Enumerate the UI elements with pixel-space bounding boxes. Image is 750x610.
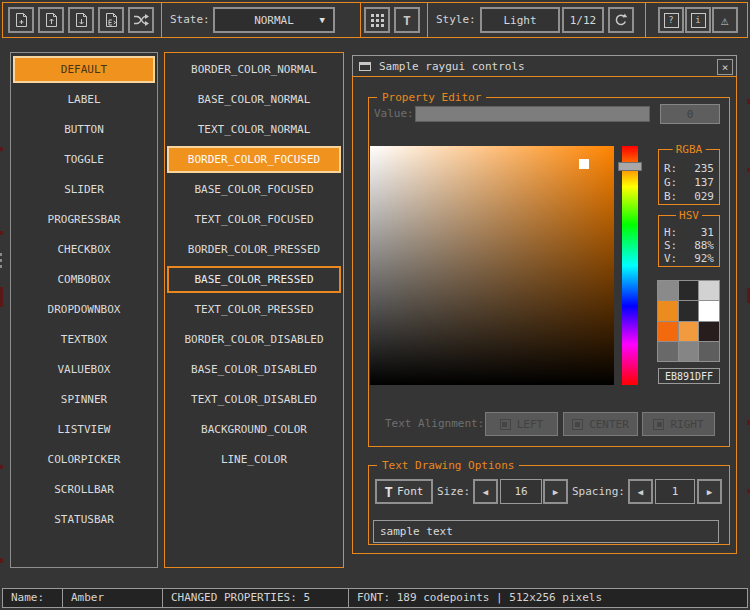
rgba-red-row: R:235: [659, 162, 719, 176]
file-new-button[interactable]: [8, 7, 34, 33]
align-right-icon: [653, 419, 664, 430]
property-list-item[interactable]: BASE_COLOR_NORMAL: [167, 86, 341, 113]
controls-list-item[interactable]: DEFAULT: [13, 56, 155, 83]
value-box[interactable]: 0: [660, 104, 720, 124]
color-picker-cursor[interactable]: [579, 159, 589, 169]
spacing-decrease-button[interactable]: ◀: [628, 479, 653, 504]
help-button[interactable]: ?: [658, 7, 684, 33]
color-swatch[interactable]: [699, 322, 719, 341]
property-list-item[interactable]: LINE_COLOR: [167, 446, 341, 473]
align-right-button[interactable]: RIGHT: [642, 412, 715, 436]
hue-slider-handle[interactable]: [618, 162, 642, 171]
controls-list-item[interactable]: COLORPICKER: [13, 446, 155, 473]
controls-list-item[interactable]: LABEL: [13, 86, 155, 113]
controls-list-item[interactable]: SPINNER: [13, 386, 155, 413]
file-open-button[interactable]: [38, 7, 64, 33]
property-list-item[interactable]: BASE_COLOR_DISABLED: [167, 356, 341, 383]
screen-edge-artifact: [0, 147, 3, 151]
controls-list-item[interactable]: PROGRESSBAR: [13, 206, 155, 233]
controls-list-item[interactable]: TEXTBOX: [13, 326, 155, 353]
color-swatch[interactable]: [658, 301, 678, 320]
edit-mode-button[interactable]: [364, 7, 390, 33]
controls-list-item[interactable]: VALUEBOX: [13, 356, 155, 383]
property-list-item[interactable]: TEXT_COLOR_DISABLED: [167, 386, 341, 413]
state-label: State:: [170, 13, 210, 26]
color-swatch-grid: [657, 280, 720, 362]
align-center-button[interactable]: CENTER: [563, 412, 638, 436]
controls-list-item[interactable]: SLIDER: [13, 176, 155, 203]
file-export-button[interactable]: [98, 7, 124, 33]
style-name-button[interactable]: Light: [480, 7, 560, 33]
toolbar-divider: [427, 3, 428, 37]
align-left-button[interactable]: LEFT: [485, 412, 558, 436]
hue-bar[interactable]: [622, 146, 638, 385]
color-picker-panel[interactable]: [370, 146, 614, 385]
window-icon: [359, 62, 371, 71]
spacing-increase-button[interactable]: ▶: [697, 479, 722, 504]
color-swatch[interactable]: [699, 281, 719, 300]
randomize-style-button[interactable]: [128, 7, 154, 33]
sample-text-input[interactable]: sample text: [373, 520, 719, 543]
style-label: Style:: [436, 13, 476, 26]
changed-properties-cell: CHANGED PROPERTIES: 5: [162, 588, 349, 608]
issue-button[interactable]: ⚠: [712, 7, 738, 33]
size-increase-button[interactable]: ▶: [543, 479, 568, 504]
property-list-item[interactable]: BASE_COLOR_PRESSED: [167, 266, 341, 293]
controls-list-item[interactable]: STATUSBAR: [13, 506, 155, 533]
hsv-group: HSV H:31 S:88% V:92%: [658, 215, 720, 267]
text-alignment-label: Text Alignment:: [385, 417, 484, 430]
state-dropdown[interactable]: NORMAL ▼: [213, 7, 335, 33]
left-arrow-icon: ◀: [638, 487, 643, 497]
help-icon: ?: [664, 13, 679, 28]
warning-icon: ⚠: [721, 13, 729, 28]
controls-list-item[interactable]: BUTTON: [13, 116, 155, 143]
chevron-down-icon: ▼: [320, 15, 325, 25]
close-button[interactable]: ×: [717, 59, 733, 75]
grid-icon: [371, 14, 384, 27]
spacing-value-box[interactable]: 1: [655, 479, 695, 504]
color-swatch[interactable]: [658, 281, 678, 300]
color-swatch[interactable]: [658, 342, 678, 361]
controls-list-item[interactable]: COMBOBOX: [13, 266, 155, 293]
controls-list-item[interactable]: CHECKBOX: [13, 236, 155, 263]
controls-list-item[interactable]: LISTVIEW: [13, 416, 155, 443]
info-button[interactable]: i: [685, 7, 711, 33]
color-swatch[interactable]: [699, 342, 719, 361]
font-info-cell: FONT: 189 codepoints | 512x256 pixels: [348, 588, 748, 608]
property-list-item[interactable]: BASE_COLOR_FOCUSED: [167, 176, 341, 203]
sample-controls-window: Sample raygui controls × Property Editor…: [352, 55, 737, 554]
property-list-item[interactable]: TEXT_COLOR_NORMAL: [167, 116, 341, 143]
text-options-group-label: Text Drawing Options: [377, 459, 519, 472]
window-titlebar[interactable]: Sample raygui controls ×: [352, 55, 737, 77]
size-value-box[interactable]: 16: [500, 479, 542, 504]
font-button[interactable]: T Font: [375, 479, 433, 504]
info-icon: i: [691, 13, 706, 28]
property-list-item[interactable]: BORDER_COLOR_DISABLED: [167, 326, 341, 353]
property-list-item[interactable]: BACKGROUND_COLOR: [167, 416, 341, 443]
left-arrow-icon: ◀: [483, 487, 488, 497]
hex-value-box[interactable]: EB891DFF: [658, 368, 720, 384]
property-list-item[interactable]: TEXT_COLOR_PRESSED: [167, 296, 341, 323]
property-list-item[interactable]: BORDER_COLOR_NORMAL: [167, 56, 341, 83]
rgba-group-label: RGBA: [673, 143, 706, 156]
right-arrow-icon: ▶: [553, 487, 558, 497]
style-name-input[interactable]: Amber: [62, 588, 163, 608]
text-mode-button[interactable]: T: [394, 7, 420, 33]
property-list-item[interactable]: TEXT_COLOR_FOCUSED: [167, 206, 341, 233]
color-swatch[interactable]: [679, 322, 699, 341]
property-list-item[interactable]: BORDER_COLOR_PRESSED: [167, 236, 341, 263]
reload-style-button[interactable]: [608, 7, 634, 33]
property-list-item[interactable]: BORDER_COLOR_FOCUSED: [167, 146, 341, 173]
color-swatch[interactable]: [658, 322, 678, 341]
controls-list-item[interactable]: SCROLLBAR: [13, 476, 155, 503]
value-slider[interactable]: [415, 106, 650, 122]
color-swatch[interactable]: [679, 281, 699, 300]
size-label: Size:: [437, 485, 470, 498]
color-swatch[interactable]: [699, 301, 719, 320]
color-swatch[interactable]: [679, 342, 699, 361]
file-save-button[interactable]: [68, 7, 94, 33]
controls-list-item[interactable]: DROPDOWNBOX: [13, 296, 155, 323]
controls-list-item[interactable]: TOGGLE: [13, 146, 155, 173]
size-decrease-button[interactable]: ◀: [473, 479, 498, 504]
color-swatch[interactable]: [679, 301, 699, 320]
